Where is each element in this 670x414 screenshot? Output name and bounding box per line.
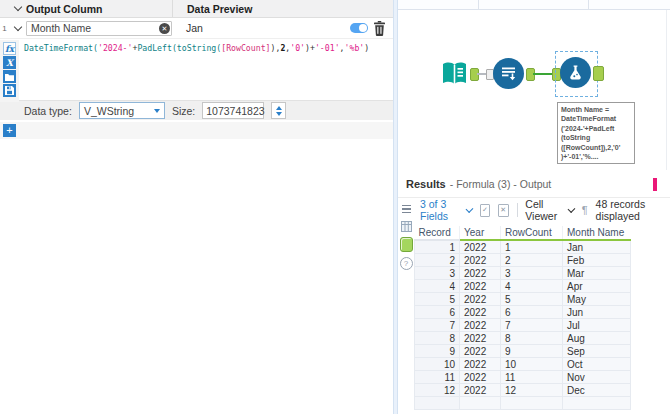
- column-header-rowcount[interactable]: RowCount: [501, 226, 563, 240]
- clear-field-icon[interactable]: ✕: [159, 23, 170, 34]
- table-row: 120221Jan: [415, 240, 631, 254]
- cell-year[interactable]: 2022: [460, 280, 501, 293]
- grid-view-icon[interactable]: [400, 220, 412, 232]
- cell-year[interactable]: 2022: [460, 345, 501, 358]
- tool-annotation[interactable]: Month Name = DateTimeFormat ('2024-'+Pad…: [557, 102, 635, 164]
- cell-month[interactable]: Oct: [563, 358, 631, 371]
- cell-rowcount[interactable]: 5: [501, 293, 563, 306]
- column-header-record[interactable]: Record: [415, 226, 460, 240]
- cell-rowcount[interactable]: 1: [501, 240, 563, 254]
- output-anchor-button[interactable]: [400, 237, 413, 252]
- stepper-up-icon[interactable]: [276, 106, 282, 110]
- cell-month[interactable]: Mar: [563, 267, 631, 280]
- table-row: 10202210Oct: [415, 358, 631, 371]
- list-icon: [402, 205, 411, 214]
- cell-record[interactable]: 3: [415, 267, 460, 280]
- output-column-header: Output Column: [26, 3, 172, 15]
- help-icon[interactable]: ?: [400, 257, 413, 270]
- cell-rowcount[interactable]: 10: [501, 358, 563, 371]
- cell-month[interactable]: Nov: [563, 371, 631, 384]
- cell-year[interactable]: 2022: [460, 384, 501, 397]
- cell-record[interactable]: 6: [415, 306, 460, 319]
- generate-rows-tool[interactable]: [493, 58, 524, 89]
- size-label: Size:: [172, 105, 195, 117]
- input-data-tool[interactable]: [440, 59, 469, 88]
- cell-rowcount[interactable]: 3: [501, 267, 563, 280]
- cell-rowcount[interactable]: 11: [501, 371, 563, 384]
- add-expression-button[interactable]: +: [3, 124, 16, 137]
- cell-rowcount[interactable]: 12: [501, 384, 563, 397]
- cell-year[interactable]: 2022: [460, 240, 501, 254]
- workflow-canvas[interactable]: Month Name = DateTimeFormat ('2024-'+Pad…: [398, 0, 670, 172]
- delete-expression-icon[interactable]: [373, 21, 386, 36]
- cell-year[interactable]: 2022: [460, 319, 501, 332]
- deselect-box-icon[interactable]: ✕: [498, 204, 508, 217]
- column-header-month-name[interactable]: Month Name: [563, 226, 631, 240]
- cell-record[interactable]: 11: [415, 371, 460, 384]
- cell-month[interactable]: May: [563, 293, 631, 306]
- cell-record[interactable]: 8: [415, 332, 460, 345]
- table-view-icon[interactable]: [400, 203, 412, 215]
- table-row: 11202211Nov: [415, 371, 631, 384]
- cell-year[interactable]: 2022: [460, 293, 501, 306]
- formula-segment: ): [364, 43, 369, 53]
- cell-record[interactable]: 7: [415, 319, 460, 332]
- cell-rowcount[interactable]: 9: [501, 345, 563, 358]
- cell-month[interactable]: Feb: [563, 254, 631, 267]
- cell-month[interactable]: Sep: [563, 345, 631, 358]
- data-type-row: Data type: V_WString Size: 1073741823: [0, 100, 393, 120]
- cell-year[interactable]: 2022: [460, 358, 501, 371]
- cell-year[interactable]: 2022: [460, 254, 501, 267]
- formula-tool[interactable]: [560, 57, 591, 88]
- cell-rowcount[interactable]: 4: [501, 280, 563, 293]
- column-header-year[interactable]: Year: [460, 226, 501, 240]
- cell-month[interactable]: Jun: [563, 306, 631, 319]
- size-input[interactable]: 1073741823: [202, 102, 264, 119]
- results-body: ? 3 of 3 Fields ✓ ✕ Cell Viewer ¶: [398, 198, 670, 410]
- canvas-top-strip: [398, 0, 670, 10]
- cell-rowcount[interactable]: 2: [501, 254, 563, 267]
- cell-record[interactable]: 1: [415, 240, 460, 254]
- cell-month[interactable]: Jul: [563, 319, 631, 332]
- cell-year[interactable]: 2022: [460, 267, 501, 280]
- fields-dropdown[interactable]: 3 of 3 Fields: [420, 198, 472, 222]
- stepper-down-icon[interactable]: [276, 112, 282, 116]
- save-expression-icon[interactable]: [3, 84, 16, 97]
- insert-function-icon[interactable]: fx: [3, 42, 16, 55]
- cell-month[interactable]: Dec: [563, 384, 631, 397]
- cell-record[interactable]: 2: [415, 254, 460, 267]
- output-column-input[interactable]: [26, 21, 172, 36]
- cell-record[interactable]: 4: [415, 280, 460, 293]
- cell-record[interactable]: 5: [415, 293, 460, 306]
- annotation-line: ([RowCount]),2,'0': [561, 143, 631, 152]
- cell-year[interactable]: 2022: [460, 306, 501, 319]
- cell-month[interactable]: Jan: [563, 240, 631, 254]
- cell-rowcount[interactable]: 6: [501, 306, 563, 319]
- expression-grid-header: Output Column Data Preview: [0, 0, 393, 18]
- cell-month[interactable]: Aug: [563, 332, 631, 345]
- panel-indicator-bar[interactable]: [653, 178, 657, 191]
- cell-record[interactable]: 12: [415, 384, 460, 397]
- saved-expressions-icon[interactable]: [3, 70, 16, 83]
- select-checkbox-icon[interactable]: ✓: [480, 204, 490, 217]
- cell-month[interactable]: Apr: [563, 280, 631, 293]
- expression-editor[interactable]: fx X DateTimeFormat('2024-'+PadLeft(toSt…: [0, 39, 393, 100]
- formula-expression[interactable]: DateTimeFormat('2024-'+PadLeft(toString(…: [24, 43, 369, 53]
- collapse-expression-button[interactable]: [9, 27, 26, 30]
- table-row: 520225May: [415, 293, 631, 306]
- data-type-select[interactable]: V_WString: [79, 102, 165, 119]
- table-row: 220222Feb: [415, 254, 631, 267]
- data-preview-header: Data Preview: [172, 0, 393, 17]
- cell-year[interactable]: 2022: [460, 332, 501, 345]
- whitespace-toggle-icon[interactable]: ¶: [582, 204, 588, 216]
- chevron-down-icon: [465, 205, 473, 213]
- cell-year[interactable]: 2022: [460, 371, 501, 384]
- expand-all-button[interactable]: [9, 7, 26, 10]
- cell-record[interactable]: 9: [415, 345, 460, 358]
- cell-rowcount[interactable]: 7: [501, 319, 563, 332]
- cell-viewer-dropdown[interactable]: Cell Viewer: [525, 198, 573, 222]
- cell-rowcount[interactable]: 8: [501, 332, 563, 345]
- cell-record[interactable]: 10: [415, 358, 460, 371]
- expression-enabled-toggle[interactable]: [350, 23, 368, 33]
- insert-variable-icon[interactable]: X: [3, 56, 16, 69]
